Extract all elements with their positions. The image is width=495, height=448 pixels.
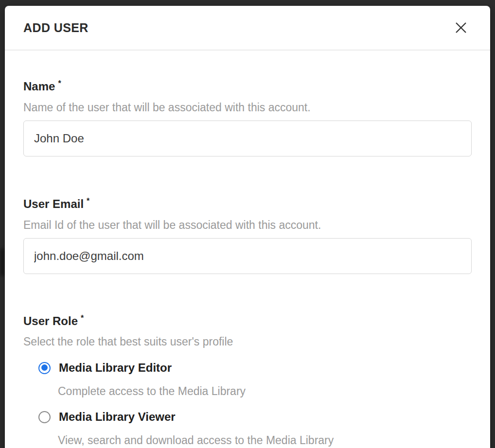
- radio-option-viewer[interactable]: Media Library Viewer: [38, 410, 472, 424]
- required-asterisk: *: [58, 79, 61, 87]
- required-asterisk: *: [87, 197, 89, 205]
- radio-label-viewer: Media Library Viewer: [59, 410, 176, 424]
- name-field-group: Name* Name of the user that will be asso…: [23, 77, 472, 156]
- dialog-header: ADD USER: [5, 6, 490, 51]
- close-button[interactable]: [451, 18, 471, 37]
- dialog-title: ADD USER: [23, 21, 88, 35]
- background-page-artifact: [0, 249, 5, 276]
- name-input[interactable]: [23, 121, 472, 156]
- radio-description-viewer: View, search and download access to the …: [58, 434, 472, 447]
- role-field-group: User Role* Select the role that best sui…: [23, 311, 472, 447]
- radio-label-editor: Media Library Editor: [59, 361, 172, 375]
- role-description: Select the role that best suits user's p…: [23, 335, 472, 348]
- role-label: User Role*: [23, 311, 472, 327]
- name-description: Name of the user that will be associated…: [23, 101, 472, 114]
- radio-button-viewer[interactable]: [38, 411, 51, 423]
- dialog-body: Name* Name of the user that will be asso…: [5, 77, 490, 447]
- close-icon: [455, 21, 467, 34]
- required-asterisk: *: [81, 314, 84, 322]
- email-label-text: User Email: [23, 197, 84, 210]
- name-label-text: Name: [23, 80, 55, 93]
- radio-option-editor[interactable]: Media Library Editor: [38, 361, 472, 375]
- name-label: Name*: [23, 77, 472, 93]
- email-field-group: User Email* Email Id of the user that wi…: [23, 194, 472, 274]
- add-user-dialog: ADD USER Name* Name of the user that wil…: [5, 6, 490, 448]
- email-input[interactable]: [23, 238, 472, 274]
- role-label-text: User Role: [23, 314, 78, 327]
- radio-description-editor: Complete access to the Media Library: [58, 385, 472, 397]
- radio-button-editor[interactable]: [38, 362, 51, 374]
- email-description: Email Id of the user that will be associ…: [23, 219, 472, 231]
- email-label: User Email*: [23, 194, 472, 210]
